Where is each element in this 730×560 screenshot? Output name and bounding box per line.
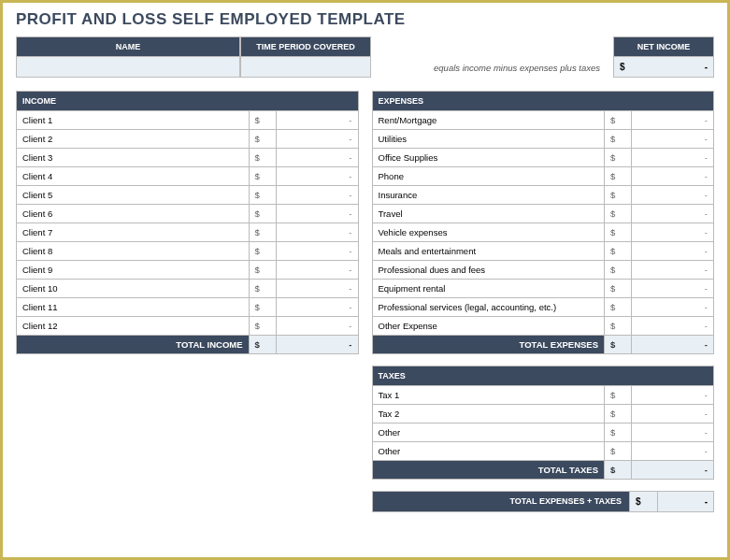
row-value[interactable]: - xyxy=(276,280,358,298)
row-value[interactable]: - xyxy=(276,130,358,149)
currency-symbol: $ xyxy=(605,111,632,130)
row-label[interactable]: Rent/Mortgage xyxy=(372,111,605,130)
row-label[interactable]: Client 11 xyxy=(17,298,250,317)
taxes-table: TAXES Tax 1$-Tax 2$-Other$-Other$- TOTAL… xyxy=(372,366,715,480)
top-header-row: NAME TIME PERIOD COVERED NET INCOME equa… xyxy=(16,36,714,78)
row-label[interactable]: Client 4 xyxy=(17,167,250,186)
row-value[interactable]: - xyxy=(276,317,358,336)
row-label[interactable]: Meals and entertainment xyxy=(372,242,605,261)
row-value[interactable]: - xyxy=(632,186,714,205)
table-row: Client 9$- xyxy=(17,261,359,280)
row-label[interactable]: Other xyxy=(372,442,605,461)
table-row: Rent/Mortgage$- xyxy=(372,111,714,130)
table-row: Client 6$- xyxy=(17,205,359,223)
row-value[interactable]: - xyxy=(276,242,358,261)
grand-total-value: - xyxy=(658,491,714,512)
row-value[interactable]: - xyxy=(632,405,714,424)
net-income-note: equals income minus expenses plus taxes xyxy=(434,63,604,73)
currency-symbol: $ xyxy=(249,242,276,261)
taxes-header: TAXES xyxy=(372,366,714,386)
currency-symbol: $ xyxy=(605,386,632,405)
page-title: PROFIT AND LOSS SELF EMPLOYED TEMPLATE xyxy=(16,10,714,29)
currency-symbol: $ xyxy=(605,442,632,461)
income-total-label: TOTAL INCOME xyxy=(17,336,250,354)
row-value[interactable]: - xyxy=(276,167,358,186)
row-label[interactable]: Client 7 xyxy=(17,223,250,242)
income-total-row: TOTAL INCOME $ - xyxy=(17,336,359,354)
row-label[interactable]: Professional dues and fees xyxy=(372,261,605,280)
row-value[interactable]: - xyxy=(632,111,714,130)
row-value[interactable]: - xyxy=(276,111,358,130)
row-value[interactable]: - xyxy=(276,149,358,167)
row-label[interactable]: Professional services (legal, accounting… xyxy=(372,298,605,317)
row-label[interactable]: Other xyxy=(372,424,605,442)
table-row: Meals and entertainment$- xyxy=(372,242,714,261)
currency-symbol: $ xyxy=(249,298,276,317)
row-label[interactable]: Phone xyxy=(372,167,605,186)
row-label[interactable]: Office Supplies xyxy=(372,149,605,167)
expenses-total-value: - xyxy=(632,336,714,354)
row-value[interactable]: - xyxy=(276,261,358,280)
row-label[interactable]: Client 12 xyxy=(17,317,250,336)
row-label[interactable]: Client 2 xyxy=(17,130,250,149)
row-value[interactable]: - xyxy=(632,280,714,298)
row-value[interactable]: - xyxy=(632,130,714,149)
row-value[interactable]: - xyxy=(632,167,714,186)
currency-symbol: $ xyxy=(605,280,632,298)
row-label[interactable]: Travel xyxy=(372,205,605,223)
row-label[interactable]: Client 10 xyxy=(17,280,250,298)
row-value[interactable]: - xyxy=(632,442,714,461)
table-row: Equipment rental$- xyxy=(372,280,714,298)
currency-symbol: $ xyxy=(249,223,276,242)
currency-symbol: $ xyxy=(605,186,632,205)
row-label[interactable]: Client 3 xyxy=(17,149,250,167)
row-value[interactable]: - xyxy=(632,386,714,405)
row-value[interactable]: - xyxy=(632,261,714,280)
table-row: Tax 2$- xyxy=(372,405,714,424)
row-value[interactable]: - xyxy=(632,298,714,317)
currency-symbol: $ xyxy=(605,149,632,167)
table-row: Client 3$- xyxy=(17,149,359,167)
currency-symbol: $ xyxy=(605,424,632,442)
row-value[interactable]: - xyxy=(276,186,358,205)
taxes-total-label: TOTAL TAXES xyxy=(372,461,605,480)
row-value[interactable]: - xyxy=(632,223,714,242)
currency-symbol: $ xyxy=(605,336,632,354)
row-value[interactable]: - xyxy=(632,149,714,167)
table-row: Client 7$- xyxy=(17,223,359,242)
row-value[interactable]: - xyxy=(276,205,358,223)
currency-symbol: $ xyxy=(605,205,632,223)
row-label[interactable]: Equipment rental xyxy=(372,280,605,298)
row-label[interactable]: Client 5 xyxy=(17,186,250,205)
row-value[interactable]: - xyxy=(632,317,714,336)
currency-symbol: $ xyxy=(605,167,632,186)
row-value[interactable]: - xyxy=(632,424,714,442)
currency-symbol: $ xyxy=(249,205,276,223)
table-row: Vehicle expenses$- xyxy=(372,223,714,242)
row-label[interactable]: Tax 1 xyxy=(372,386,605,405)
table-row: Other$- xyxy=(372,442,714,461)
row-label[interactable]: Client 1 xyxy=(17,111,250,130)
row-label[interactable]: Other Expense xyxy=(372,317,605,336)
row-label[interactable]: Client 9 xyxy=(17,261,250,280)
time-period-input[interactable] xyxy=(240,57,371,78)
row-label[interactable]: Client 8 xyxy=(17,242,250,261)
row-value[interactable]: - xyxy=(632,242,714,261)
table-row: Tax 1$- xyxy=(372,386,714,405)
row-value[interactable]: - xyxy=(632,205,714,223)
name-input[interactable] xyxy=(16,57,240,78)
row-label[interactable]: Vehicle expenses xyxy=(372,223,605,242)
currency-symbol: $ xyxy=(605,130,632,149)
currency-symbol: $ xyxy=(249,280,276,298)
row-value[interactable]: - xyxy=(276,298,358,317)
net-income-value: $ - xyxy=(613,57,714,78)
currency-symbol: $ xyxy=(605,405,632,424)
row-label[interactable]: Client 6 xyxy=(17,205,250,223)
row-label[interactable]: Utilities xyxy=(372,130,605,149)
row-label[interactable]: Insurance xyxy=(372,186,605,205)
row-value[interactable]: - xyxy=(276,223,358,242)
table-row: Client 8$- xyxy=(17,242,359,261)
row-label[interactable]: Tax 2 xyxy=(372,405,605,424)
expenses-total-label: TOTAL EXPENSES xyxy=(372,336,605,354)
currency-symbol: $ xyxy=(249,130,276,149)
